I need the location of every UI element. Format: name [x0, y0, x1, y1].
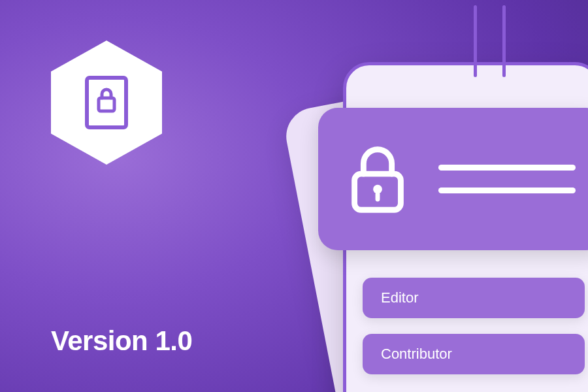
role-label: Editor	[381, 289, 418, 306]
placeholder-line	[438, 188, 576, 193]
header-text-lines	[438, 165, 576, 193]
role-label: Contributor	[381, 346, 452, 363]
placeholder-line	[438, 165, 576, 171]
version-label: Version 1.0	[51, 325, 192, 357]
role-pill-contributor: Contributor	[363, 334, 585, 374]
locked-document-icon	[84, 74, 129, 131]
binder-ring	[474, 5, 477, 77]
padlock-icon	[339, 140, 416, 218]
header-lock-card	[318, 108, 588, 250]
svg-rect-1	[99, 98, 114, 111]
svg-rect-4	[376, 192, 380, 202]
binder-ring	[502, 5, 506, 77]
hexagon-badge	[51, 41, 162, 165]
illustration-stack: Editor Contributor	[297, 16, 588, 392]
role-pill-editor: Editor	[363, 278, 585, 318]
svg-rect-0	[87, 78, 126, 127]
